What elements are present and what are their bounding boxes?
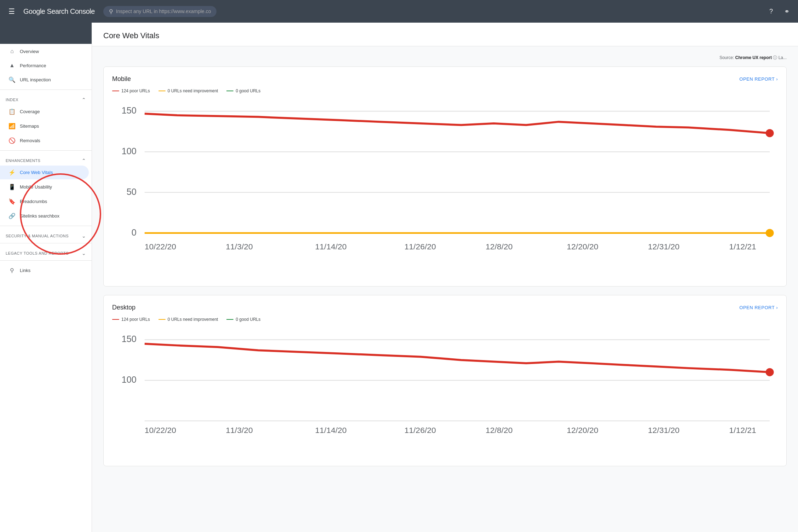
sidebar-item-links[interactable]: ⚲ Links [0,264,89,277]
index-collapse-icon[interactable]: ⌃ [82,97,86,103]
svg-text:10/22/20: 10/22/20 [145,242,176,251]
desktop-chart-title: Desktop [112,304,135,311]
performance-icon: ▲ [8,62,16,69]
svg-point-9 [766,229,774,237]
sidebar-item-sitemaps[interactable]: 📶 Sitemaps [0,119,89,133]
sidebar-item-removals[interactable]: 🚫 Removals [0,134,89,148]
hamburger-icon[interactable]: ☰ [6,4,18,18]
sidebar-divider-3 [0,226,92,226]
svg-text:0: 0 [132,227,137,237]
source-info-icon[interactable]: ⓘ [773,55,777,60]
sidebar-item-performance[interactable]: ▲ Performance [0,59,89,72]
desktop-chart-header: Desktop OPEN REPORT › [112,304,778,311]
mobile-legend-poor: 124 poor URLs [112,88,150,93]
svg-text:11/26/20: 11/26/20 [404,426,436,435]
breadcrumbs-icon: 🔖 [8,198,16,205]
svg-point-24 [766,368,774,376]
topbar: ☰ Google Search Console ⚲ ? ⚭ [0,0,798,23]
svg-text:12/31/20: 12/31/20 [648,242,680,251]
coverage-icon: 📋 [8,108,16,115]
search-bar[interactable]: ⚲ [103,6,216,17]
svg-text:150: 150 [122,105,137,115]
sidebar-item-breadcrumbs[interactable]: 🔖 Breadcrumbs [0,195,89,208]
mobile-legend-poor-label: 124 poor URLs [121,88,150,93]
source-name: Chrome UX report [735,55,772,60]
needs-dot [158,319,166,320]
svg-text:100: 100 [122,375,137,384]
open-report-chevron-icon: › [776,76,778,82]
desktop-chart-card: Desktop OPEN REPORT › 124 poor URLs 0 UR… [103,295,787,466]
mobile-chart-header: Mobile OPEN REPORT › [112,75,778,83]
account-icon[interactable]: ⚭ [781,5,792,18]
mobile-open-report-button[interactable]: OPEN REPORT › [739,76,778,82]
svg-point-10 [766,129,774,137]
sidebar-item-label: Coverage [20,109,40,114]
sidebar-section-legacy[interactable]: Legacy tools and reports ⌄ [0,246,92,258]
sidebar-item-overview[interactable]: ⌂ Overview [0,45,89,58]
page-header: Core Web Vitals [92,23,798,46]
legacy-collapse-icon[interactable]: ⌄ [82,250,86,256]
svg-text:11/3/20: 11/3/20 [226,242,253,251]
desktop-legend-poor: 124 poor URLs [112,317,150,322]
desktop-legend-good-label: 0 good URLs [236,317,260,322]
sidebar-item-label: Core Web Vitals [20,170,53,175]
sidebar-item-core-web-vitals[interactable]: ⚡ Core Web Vitals [0,166,89,179]
svg-text:12/20/20: 12/20/20 [567,242,598,251]
good-dot [226,91,233,91]
poor-dot [112,319,119,320]
app-logo: Google Search Console [23,7,95,16]
mobile-usability-icon: 📱 [8,184,16,190]
sidebar-section-index: Index ⌃ [0,93,92,104]
content-area: Source: Chrome UX report ⓘ La... Mobile … [92,46,798,532]
page-title: Core Web Vitals [103,31,787,40]
mobile-legend-needs-label: 0 URLs need improvement [168,88,218,93]
mobile-chart-legend: 124 poor URLs 0 URLs need improvement 0 … [112,88,778,93]
sidebar-item-label: Sitemaps [20,123,39,129]
sidebar-item-coverage[interactable]: 📋 Coverage [0,105,89,118]
svg-text:12/8/20: 12/8/20 [486,426,513,435]
search-input[interactable] [116,8,211,14]
main-content: Core Web Vitals Source: Chrome UX report… [92,23,798,532]
sidebar-item-url-inspection[interactable]: 🔍 URL inspection [0,73,89,87]
sidebar-section-security[interactable]: Security & Manual Actions ⌄ [0,229,92,240]
svg-text:150: 150 [122,334,137,344]
sidebar-divider-5 [0,260,92,261]
desktop-legend-good: 0 good URLs [226,317,260,322]
sidebar-divider-2 [0,150,92,151]
sidebar-item-label: Sitelinks searchbox [20,213,59,219]
sidebar-item-label: URL inspection [20,77,51,82]
security-collapse-icon[interactable]: ⌄ [82,233,86,239]
help-icon[interactable]: ? [767,5,776,18]
mobile-chart-svg: 150 100 50 0 [112,99,778,278]
sidebar-divider-4 [0,243,92,243]
desktop-legend-poor-label: 124 poor URLs [121,317,150,322]
sidebar: ⌂ Overview ▲ Performance 🔍 URL inspectio… [0,23,92,532]
source-line: Source: Chrome UX report ⓘ La... [103,55,787,61]
removals-icon: 🚫 [8,137,16,144]
core-web-vitals-icon: ⚡ [8,169,16,176]
svg-text:50: 50 [127,187,137,197]
mobile-chart-card: Mobile OPEN REPORT › 124 poor URLs 0 URL… [103,66,787,287]
sidebar-item-label: Removals [20,138,40,143]
svg-text:1/12/21: 1/12/21 [729,426,756,435]
good-dot [226,319,233,320]
svg-text:100: 100 [122,146,137,156]
poor-dot [112,91,119,91]
svg-text:11/14/20: 11/14/20 [315,242,347,251]
desktop-chart-wrapper: 150 100 10/22/20 11/3/20 11/14/20 [112,328,778,457]
sidebar-item-label: Breadcrumbs [20,199,47,204]
sidebar-section-enhancements: Enhancements ⌃ [0,154,92,165]
links-icon: ⚲ [8,267,16,274]
search-icon: ⚲ [109,8,113,15]
svg-text:11/26/20: 11/26/20 [404,242,436,251]
enhancements-collapse-icon[interactable]: ⌃ [82,158,86,163]
desktop-legend-needs-label: 0 URLs need improvement [168,317,218,322]
url-inspection-icon: 🔍 [8,76,16,83]
sidebar-item-mobile-usability[interactable]: 📱 Mobile Usability [0,180,89,194]
svg-text:11/3/20: 11/3/20 [226,426,253,435]
sidebar-item-sitelinks-searchbox[interactable]: 🔗 Sitelinks searchbox [0,209,89,223]
mobile-legend-needs: 0 URLs need improvement [158,88,218,93]
desktop-open-report-button[interactable]: OPEN REPORT › [739,305,778,310]
mobile-chart-wrapper: 150 100 50 0 [112,99,778,278]
svg-text:1/12/21: 1/12/21 [729,242,756,251]
